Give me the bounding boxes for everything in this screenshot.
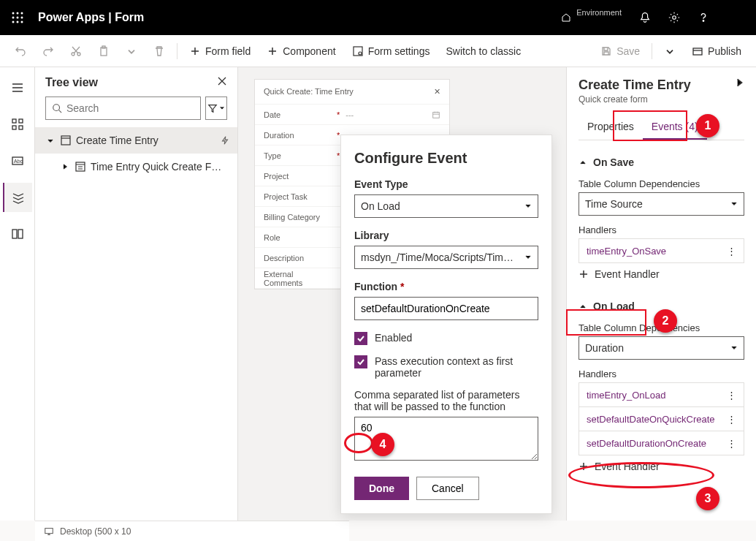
svg-point-8	[21, 21, 23, 23]
tree-view-panel: Tree view Create Time Entry Time Entry Q…	[35, 67, 238, 521]
more-icon[interactable]: ⋮	[727, 438, 736, 449]
app-launcher-icon[interactable]	[6, 6, 29, 29]
app-title: Power Apps | Form	[38, 11, 144, 24]
form-settings-button[interactable]: Form settings	[345, 39, 438, 63]
svg-rect-17	[693, 48, 702, 55]
handler-row[interactable]: setDefaultDateOnQuickCreate⋮	[579, 406, 744, 431]
svg-point-26	[53, 105, 60, 111]
section-label: On Save	[593, 156, 634, 168]
search-field[interactable]	[66, 102, 194, 114]
pass-context-checkbox[interactable]: Pass execution context as first paramete…	[354, 355, 538, 379]
form-preview-title: Quick Create: Time Entry	[264, 87, 354, 97]
section-label: On Load	[593, 300, 635, 312]
form-field-button[interactable]: Form field	[182, 39, 258, 63]
components-icon[interactable]	[3, 110, 32, 139]
tree-icon[interactable]	[3, 183, 32, 212]
svg-point-2	[21, 12, 23, 15]
event-type-select[interactable]: On Load	[354, 194, 538, 218]
dependencies-label: Table Column Dependencies	[579, 178, 744, 189]
chevron-down-icon	[219, 105, 225, 111]
save-chevron[interactable]	[657, 39, 683, 63]
dependencies-select[interactable]: Duration	[579, 336, 744, 360]
tree-item-label: Time Entry Quick Create F…	[91, 161, 221, 173]
help-icon[interactable]	[689, 0, 718, 35]
hamburger-icon[interactable]	[3, 73, 32, 102]
dependencies-select[interactable]: Time Source	[579, 192, 744, 216]
chevron-right-icon[interactable]	[734, 77, 744, 88]
more-icon[interactable]: ⋮	[727, 390, 736, 401]
cut-button[interactable]	[63, 39, 89, 63]
svg-text:Abc: Abc	[14, 159, 23, 164]
chevron-up-icon	[579, 302, 587, 311]
dependencies-value: Time Source	[585, 198, 643, 210]
desktop-icon	[44, 526, 54, 537]
left-nav: Abc	[0, 67, 35, 521]
add-handler-button[interactable]: Event Handler	[579, 455, 744, 478]
undo-button[interactable]	[7, 39, 34, 63]
redo-button[interactable]	[35, 39, 61, 63]
switch-classic-button[interactable]: Switch to classic	[438, 39, 528, 63]
svg-rect-24	[12, 230, 17, 238]
tree-item-form[interactable]: Create Time Entry	[35, 127, 237, 154]
environment-picker[interactable]: Environment	[551, 8, 630, 27]
form-node-icon	[75, 161, 86, 173]
section-on-save[interactable]: On Save	[579, 149, 744, 174]
save-label: Save	[616, 45, 640, 57]
delete-button[interactable]	[146, 39, 172, 63]
dependencies-label: Table Column Dependencies	[579, 322, 744, 333]
switch-classic-label: Switch to classic	[446, 45, 521, 57]
environment-label: Environment	[576, 8, 622, 17]
tab-events[interactable]: Events (4)	[643, 115, 707, 140]
component-button[interactable]: Component	[259, 39, 343, 63]
save-button[interactable]: Save	[593, 39, 647, 63]
handler-row[interactable]: setDefaultDurationOnCreate⋮	[579, 431, 744, 455]
publish-label: Publish	[708, 45, 741, 57]
chevron-up-icon	[579, 158, 587, 167]
paste-button[interactable]	[91, 39, 117, 63]
close-icon[interactable]: ✕	[434, 87, 440, 97]
svg-rect-25	[18, 230, 23, 238]
svg-point-16	[359, 52, 362, 55]
add-handler-button[interactable]: Event Handler	[579, 262, 744, 286]
event-type-label: Event Type	[354, 178, 538, 190]
search-icon	[52, 103, 62, 113]
svg-point-3	[12, 17, 15, 19]
properties-panel: Create Time Entry Quick create form Prop…	[566, 67, 756, 521]
checkbox-checked-icon	[354, 332, 367, 345]
svg-point-5	[21, 17, 23, 19]
settings-icon[interactable]	[660, 0, 689, 35]
user-avatar[interactable]	[722, 6, 746, 29]
close-icon[interactable]	[217, 76, 227, 89]
more-icon[interactable]: ⋮	[727, 414, 736, 425]
handler-row[interactable]: timeEntry_OnLoad⋮	[579, 382, 744, 407]
cancel-button[interactable]: Cancel	[416, 477, 479, 500]
svg-rect-30	[45, 528, 53, 533]
svg-point-4	[17, 17, 19, 19]
section-on-load[interactable]: On Load	[579, 293, 744, 318]
more-icon[interactable]: ⋮	[727, 246, 736, 257]
filter-icon	[207, 103, 218, 113]
notifications-icon[interactable]	[630, 0, 660, 35]
event-type-value: On Load	[361, 200, 400, 212]
svg-rect-29	[433, 112, 440, 118]
paste-chevron[interactable]	[118, 39, 145, 63]
library-label: Library	[354, 230, 538, 241]
form-field-row[interactable]: Date*---	[255, 105, 449, 125]
tree-item-quickcreate[interactable]: Time Entry Quick Create F…	[35, 154, 237, 180]
function-input[interactable]	[354, 297, 538, 320]
enabled-checkbox[interactable]: Enabled	[354, 332, 538, 345]
search-input[interactable]	[45, 97, 201, 120]
done-button[interactable]: Done	[354, 477, 409, 500]
handler-row[interactable]: timeEntry_OnSave⋮	[579, 238, 744, 263]
library-select[interactable]: msdyn_/Time/Moca/Scripts/Tim…	[354, 246, 538, 269]
publish-button[interactable]: Publish	[684, 39, 749, 63]
chevron-down-icon	[524, 203, 532, 210]
tab-properties[interactable]: Properties	[579, 115, 643, 140]
library-icon[interactable]	[3, 219, 32, 249]
params-textarea[interactable]	[354, 417, 538, 461]
svg-rect-27	[61, 136, 70, 145]
form-icon[interactable]: Abc	[3, 146, 32, 175]
filter-button[interactable]	[205, 97, 227, 120]
svg-rect-21	[19, 126, 23, 129]
add-handler-label: Event Handler	[595, 461, 660, 472]
